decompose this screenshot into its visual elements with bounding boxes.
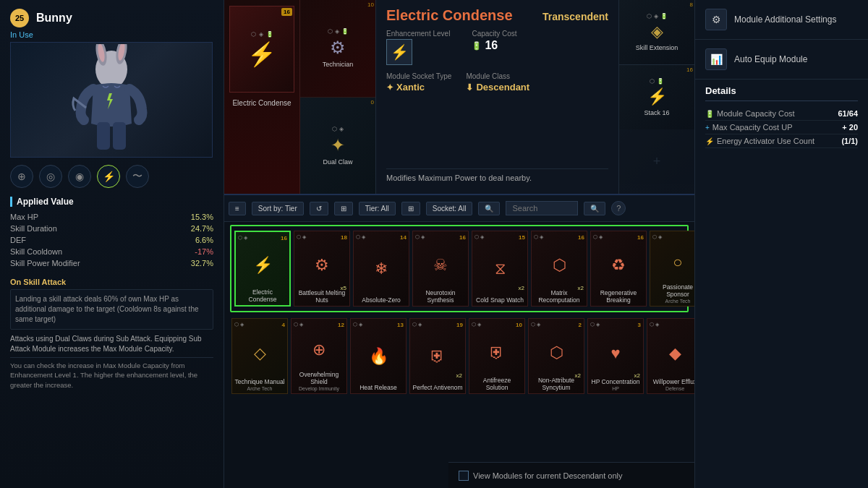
- sort-tier-btn[interactable]: Sort by: Tier: [252, 202, 304, 215]
- skill-icon-lightning[interactable]: ⚡: [97, 165, 120, 188]
- selected-module-inner: 16 ⬡ ◈ 🔋 ⚡: [229, 6, 294, 93]
- selected-module-icon: ⚡: [247, 40, 276, 68]
- right-module-col: 8 ⬡◈🔋 ◈ Skill Extension 16 ⬡🔋 ⚡ Stack 16…: [618, 0, 694, 194]
- search-icon-btn[interactable]: 🔍: [478, 202, 500, 215]
- layers-btn[interactable]: ⊞: [334, 202, 353, 215]
- mcg-top-row: ⬡ ◈ 2: [531, 322, 582, 328]
- module-card-grid[interactable]: ⬡ ◈ 16 ♻ Regenerative Breaking: [590, 231, 647, 307]
- skill-ext-badge: 8: [690, 1, 693, 8]
- module-additional-settings-btn[interactable]: ⚙ Module Additional Settings: [695, 0, 868, 40]
- socket-filter-label: Socket: All: [433, 205, 467, 213]
- refresh-icon: ↺: [316, 205, 322, 213]
- applied-value-title: Applied Value: [10, 197, 213, 207]
- on-skill-attack-section: On Skill Attack Landing a skill attack d…: [0, 273, 224, 394]
- module-card-name: Heat Release: [359, 384, 397, 391]
- technician-card[interactable]: 10 ⬡◈🔋 ⚙ Technician: [300, 0, 375, 98]
- module-card-name: Willpower Efflux: [653, 378, 697, 385]
- module-grid-row-2: ⬡ ◈ 4 ◇ Technique Manual Arche Tech ⬡ ◈ …: [230, 315, 689, 397]
- corner-icons: ⬡ ◈: [590, 322, 600, 328]
- module-card-badge: 16: [637, 234, 644, 241]
- corner-icon-2: ◈: [362, 234, 365, 241]
- module-card-mult: x2: [519, 285, 524, 291]
- module-card-icon: ⬡: [553, 244, 566, 288]
- right-panel: ⚙ Module Additional Settings 📊 Auto Equi…: [694, 0, 868, 488]
- detail-label-text: Energy Activator Use Count: [717, 137, 814, 145]
- module-card-grid[interactable]: ⬡ ◈ 12 ⊕ Overwhelming Shield Develop Imm…: [291, 318, 347, 394]
- stat-rows: Max HP15.3%Skill Duration24.7%DEF6.6%Ski…: [10, 211, 213, 269]
- corner-icons: ⬡ ◈: [650, 322, 659, 328]
- corner-icon-1: ⬡: [234, 322, 239, 328]
- module-card-badge: 16: [281, 235, 287, 241]
- module-card-grid[interactable]: ⬡ ◈ 14 ❄ Absolute-Zero: [353, 231, 409, 307]
- skill-icon-3[interactable]: ◉: [68, 165, 91, 188]
- character-header: 25 Bunny: [0, 0, 224, 30]
- stack-card[interactable]: 16 ⬡🔋 ⚡ Stack 16: [619, 65, 694, 129]
- module-card-grid[interactable]: ⬡ ◈ 16 ☠ Neurotoxin Synthesis: [412, 231, 469, 307]
- module-class-label: Module Class: [466, 72, 529, 80]
- tier-filter-btn[interactable]: Tier: All: [359, 202, 396, 215]
- socket-filter-btn[interactable]: Socket: All: [426, 202, 473, 215]
- mcg-top-row: ⬡ ◈ 16: [593, 234, 644, 241]
- mcg-top-row: ⬡ ◈ 19: [412, 322, 463, 328]
- descendant-filter-checkbox[interactable]: [459, 471, 469, 481]
- layers-btn-2[interactable]: ⊞: [401, 202, 420, 215]
- tier-filter-label: Tier: All: [365, 205, 389, 213]
- character-status: In Use: [0, 30, 224, 39]
- sort-icon-btn[interactable]: ≡: [229, 202, 246, 215]
- module-card-icon: ◇: [254, 331, 266, 377]
- module-card-grid[interactable]: ⬡ ◈ 3 ♥ x2 HP Concentration HP: [587, 318, 644, 394]
- corner-icon-2: ◈: [418, 322, 422, 328]
- module-card-grid[interactable]: ⬡ ◈ 16 ⚡ Electric Condense: [234, 231, 291, 307]
- module-card-grid[interactable]: ⬡ ◈ 13 🔥 Heat Release: [350, 318, 407, 394]
- skill-icon-2[interactable]: ◎: [39, 165, 62, 188]
- module-card-mult: x2: [578, 285, 584, 291]
- socket-type-icon: ✦: [386, 82, 393, 93]
- skill-icon-5[interactable]: 〜: [126, 165, 149, 188]
- selected-module-badge: 16: [281, 8, 292, 16]
- detail-value: 61/64: [838, 109, 858, 118]
- skill-extension-card[interactable]: 8 ⬡◈🔋 ◈ Skill Extension: [619, 0, 694, 65]
- refresh-btn[interactable]: ↺: [310, 202, 328, 215]
- corner-icon-2: ◈: [244, 235, 247, 241]
- sort-tier-label: Sort by: Tier: [258, 205, 297, 213]
- descendant-filter-label: View Modules for current Descendant only: [473, 471, 622, 480]
- module-card-name: Perfect Antivenom: [413, 384, 463, 391]
- character-name: Bunny: [36, 12, 72, 25]
- settings-icon: ⚙: [705, 9, 727, 30]
- detail-row: 🔋 Module Capacity Cost 61/64: [705, 107, 858, 121]
- corner-icon-1: ⬡: [294, 322, 298, 328]
- module-name-row: Electric Condense Transcendent: [386, 7, 608, 24]
- module-card-icon: ○: [673, 244, 682, 282]
- module-card-icon: ⛨: [430, 331, 446, 382]
- empty-slot-1[interactable]: +: [619, 129, 694, 194]
- module-card-name: Cold Snap Watch: [476, 296, 524, 304]
- module-card-grid[interactable]: ⬡ ◈ 15 ⧖ x2 Cold Snap Watch: [472, 231, 528, 307]
- help-btn[interactable]: ?: [611, 201, 626, 215]
- dualclaw-card[interactable]: 0 ⬡◈ ✦ Dual Claw: [300, 98, 375, 194]
- selected-module-card[interactable]: 16 ⬡ ◈ 🔋 ⚡ Electric Condense: [224, 0, 300, 194]
- dualclaw-icon: ✦: [331, 135, 345, 155]
- corner-icon-1: ⬡: [652, 234, 657, 241]
- module-card-grid[interactable]: ⬡ ◈ 18 ⚙ x5 Battlesuit Melting Nuts: [294, 231, 350, 307]
- mcg-top-row: ⬡ ◈ 3: [590, 322, 641, 328]
- detail-label-text: Module Capacity Cost: [717, 109, 795, 118]
- corner-icon-2: ◈: [302, 234, 306, 241]
- module-card-grid[interactable]: ⬡ ◈ 4 ◇ Technique Manual Arche Tech: [231, 318, 288, 394]
- module-card-icon: ⧖: [495, 244, 506, 295]
- search-input[interactable]: [506, 201, 578, 215]
- stat-label: Skill Power Modifier: [10, 259, 80, 267]
- stat-value: 15.3%: [191, 213, 213, 221]
- module-card-grid[interactable]: ⬡ ◈ 19 ⛨ x2 Perfect Antivenom: [409, 318, 466, 394]
- module-card-badge: 16: [578, 234, 584, 241]
- module-card-name: Neurotoxin Synthesis: [415, 289, 466, 304]
- module-card-badge: 2: [579, 322, 582, 328]
- module-card-icon: ❄: [375, 244, 388, 295]
- module-card-grid[interactable]: ⬡ ◈ 16 ⬡ x2 Matrix Recomputation: [531, 231, 587, 307]
- dualclaw-badge: 0: [371, 99, 374, 106]
- search-submit-btn[interactable]: 🔍: [584, 202, 605, 215]
- skill-icon-1[interactable]: ⊕: [10, 165, 33, 188]
- corner-icons: ⬡ ◈: [238, 235, 247, 241]
- module-card-grid[interactable]: ⬡ ◈ 2 ⬡ x2 Non-Attribute Syncytium: [528, 318, 584, 394]
- auto-equip-btn[interactable]: 📊 Auto Equip Module: [695, 40, 868, 80]
- module-card-grid[interactable]: ⬡ ◈ 10 ⛨ Antifreeze Solution: [469, 318, 525, 394]
